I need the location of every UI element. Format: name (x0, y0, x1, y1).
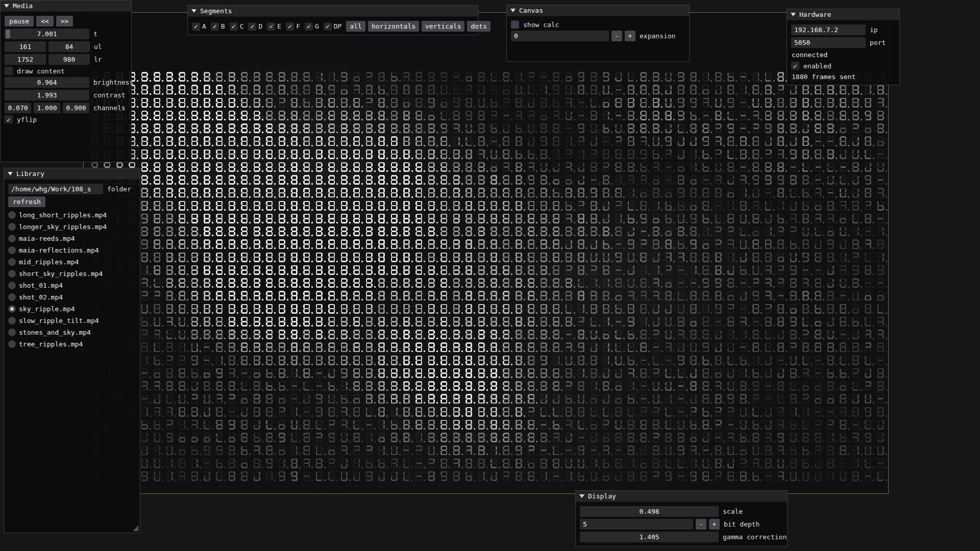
expansion-increment-button[interactable]: + (625, 31, 635, 41)
t-label: t (93, 30, 97, 38)
all-button[interactable]: all (346, 21, 365, 32)
library-item[interactable]: stones_and_sky.mp4 (8, 328, 136, 337)
library-item[interactable]: short_sky_ripples.mp4 (8, 269, 136, 279)
t-slider-grab[interactable] (6, 30, 10, 38)
brightness-drag[interactable]: 0.964 (5, 77, 89, 88)
segment-D-checkbox[interactable] (248, 22, 256, 31)
lr-x-drag[interactable]: 1752 (5, 54, 46, 65)
segment-DP-label: DP (334, 22, 342, 30)
resize-grip[interactable] (133, 525, 138, 531)
ul-y-drag[interactable]: 84 (48, 41, 90, 52)
contrast-drag[interactable]: 1.993 (5, 90, 89, 101)
t-value: 7.001 (5, 30, 89, 38)
verticals-button[interactable]: verticals (422, 21, 464, 32)
collapse-arrow-icon[interactable] (579, 494, 584, 498)
hardware-titlebar[interactable]: Hardware (787, 9, 899, 20)
library-item[interactable]: tree_ripples.mp4 (8, 339, 136, 349)
draw-content-checkbox[interactable] (5, 67, 13, 75)
segment-G-checkbox[interactable] (305, 22, 313, 31)
segment-E-checkbox[interactable] (267, 22, 275, 31)
bit-depth-input[interactable]: 5 (580, 519, 693, 530)
segment-DP-checkbox[interactable] (324, 22, 332, 31)
library-item[interactable]: longer_sky_ripples.mp4 (8, 222, 136, 232)
segment-A-checkbox[interactable] (192, 22, 200, 31)
library-item[interactable]: maia-reeds.mp4 (8, 234, 136, 243)
show-calc-checkbox[interactable] (511, 20, 519, 29)
radio-icon[interactable] (8, 211, 16, 219)
channel-g-value: 1.000 (34, 104, 60, 112)
collapse-arrow-icon[interactable] (510, 9, 516, 12)
collapse-arrow-icon[interactable] (4, 4, 9, 8)
expansion-input[interactable]: 0 (511, 31, 609, 41)
enabled-checkbox[interactable] (791, 62, 799, 70)
radio-icon[interactable] (8, 235, 16, 242)
library-item-label: shot_02.mp4 (19, 293, 63, 301)
radio-icon[interactable] (8, 317, 16, 324)
radio-icon[interactable] (8, 223, 16, 231)
step-forward-button[interactable]: >> (56, 16, 74, 27)
enabled-label: enabled (803, 62, 831, 70)
collapse-arrow-icon[interactable] (191, 9, 197, 13)
collapse-arrow-icon[interactable] (791, 13, 796, 16)
segment-toggle-G: G (305, 22, 319, 31)
radio-icon[interactable] (8, 329, 16, 336)
ul-x-drag[interactable]: 161 (5, 41, 46, 52)
channel-b-drag[interactable]: 0.900 (63, 103, 89, 113)
collapse-arrow-icon[interactable] (8, 172, 13, 176)
refresh-button[interactable]: refresh (8, 196, 45, 207)
t-slider[interactable]: 7.001 (5, 29, 89, 39)
bit-depth-increment-button[interactable]: + (709, 519, 720, 530)
ip-input[interactable]: 192.168.7.2 (791, 24, 866, 35)
radio-icon[interactable] (8, 246, 16, 254)
library-item-label: maia-reeds.mp4 (19, 235, 75, 242)
display-titlebar[interactable]: Display (576, 491, 787, 502)
radio-icon[interactable] (8, 270, 16, 278)
library-item[interactable]: maia-reflections.mp4 (8, 245, 136, 255)
segment-B-label: B (221, 22, 225, 30)
library-item[interactable]: mid_ripples.mp4 (8, 257, 136, 267)
bit-depth-decrement-button[interactable]: - (696, 519, 706, 530)
channel-g-drag[interactable]: 1.000 (34, 103, 60, 113)
lr-y-drag[interactable]: 980 (48, 54, 90, 65)
library-titlebar[interactable]: Library (4, 168, 140, 180)
dots-button[interactable]: dots (467, 21, 490, 32)
library-item[interactable]: shot_02.mp4 (8, 292, 136, 302)
channel-r-drag[interactable]: 0.070 (5, 103, 31, 113)
app-stage: Media pause << >> 7.001 t 161 84 ul (0, 0, 980, 551)
radio-icon[interactable] (8, 258, 16, 266)
scale-drag[interactable]: 0.498 (580, 506, 719, 517)
segment-F-checkbox[interactable] (286, 22, 294, 31)
segment-toggle-B: B (211, 22, 225, 31)
library-item-label: longer_sky_ripples.mp4 (19, 223, 107, 231)
segment-B-checkbox[interactable] (211, 22, 219, 31)
scale-label: scale (723, 508, 743, 515)
port-input[interactable]: 5050 (791, 37, 866, 48)
library-item[interactable]: shot_01.mp4 (8, 281, 136, 290)
step-back-button[interactable]: << (36, 16, 54, 27)
radio-icon[interactable] (8, 282, 16, 289)
pause-button[interactable]: pause (5, 16, 34, 27)
scale-value: 0.498 (580, 508, 719, 515)
segments-titlebar[interactable]: Segments (188, 6, 478, 17)
channel-b-value: 0.900 (63, 104, 89, 112)
yflip-checkbox[interactable] (5, 115, 13, 123)
ul-y-value: 84 (48, 43, 90, 51)
gamma-drag[interactable]: 1.405 (580, 532, 719, 542)
segment-C-checkbox[interactable] (230, 22, 238, 31)
canvas-titlebar[interactable]: Canvas (507, 5, 689, 16)
radio-icon[interactable] (8, 340, 16, 348)
gamma-label: gamma correction (723, 533, 787, 541)
port-value: 5050 (794, 39, 863, 46)
horizontals-button[interactable]: horizontals (368, 21, 419, 32)
segment-F-label: F (296, 22, 300, 30)
folder-input[interactable]: /home/whg/Work/108_s (8, 184, 103, 194)
media-titlebar[interactable]: Media (1, 1, 131, 12)
library-item[interactable]: long_short_ripples.mp4 (8, 210, 136, 220)
radio-icon[interactable] (8, 293, 16, 301)
expansion-decrement-button[interactable]: - (611, 31, 622, 41)
segment-toggle-E: E (267, 22, 281, 31)
library-item[interactable]: slow_ripple_tilt.mp4 (8, 316, 136, 325)
draw-content-label: draw content (17, 67, 65, 75)
library-item[interactable]: sky_ripple.mp4 (8, 304, 136, 314)
radio-icon[interactable] (8, 305, 16, 313)
